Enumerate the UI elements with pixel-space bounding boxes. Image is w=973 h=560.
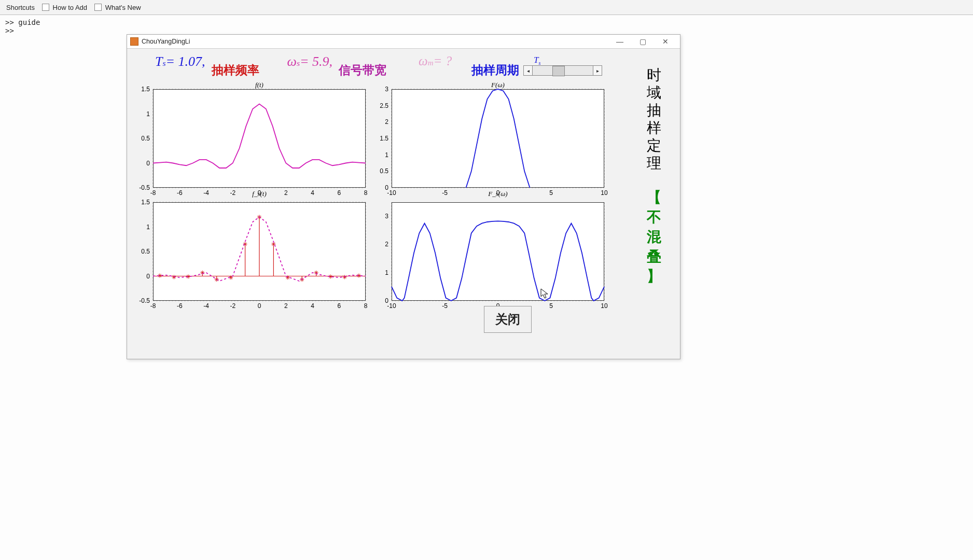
shortcut-item[interactable]: Shortcuts [3,3,38,12]
cn-title-char: 抽 [644,102,664,119]
svg-text:-2: -2 [230,189,235,197]
svg-text:-8: -8 [150,302,156,310]
svg-text:4: 4 [311,302,314,310]
axes-F-w: -10-5051000.511.522.53F_s(ω)F(ω) [392,89,604,188]
svg-text:1.5: 1.5 [380,135,388,142]
svg-text:-5: -5 [442,189,448,197]
svg-text:f_s(t): f_s(t) [252,190,266,198]
svg-text:-0.5: -0.5 [139,184,150,191]
cn-title-char: 时 [644,66,664,84]
svg-text:-4: -4 [203,302,209,310]
svg-text:1: 1 [146,223,150,231]
close-button[interactable]: 关闭 [484,306,532,333]
svg-text:0: 0 [146,273,150,280]
svg-text:-6: -6 [177,189,183,197]
close-window-button[interactable]: ✕ [654,35,677,48]
svg-text:0: 0 [385,184,388,191]
svg-rect-112 [392,203,604,301]
axes-Fs-w: -10-505100123 [392,202,604,301]
figure-title: ChouYangDingLi [142,38,190,45]
doc-icon [42,4,49,11]
slider-right-button[interactable]: ▸ [593,66,602,75]
svg-text:2: 2 [385,118,388,125]
label-bandwidth: 信号带宽 [339,62,386,78]
svg-text:10: 10 [601,302,608,310]
svg-text:1: 1 [385,151,388,159]
axes-fs-t: -8-6-4-202468-0.500.511.5 [153,202,366,301]
svg-text:2: 2 [385,241,388,248]
svg-text:2.5: 2.5 [380,102,388,109]
cn-status-char: 不 [644,207,664,227]
svg-text:3: 3 [385,86,388,93]
cn-title-char: 域 [644,84,664,102]
svg-text:-4: -4 [203,189,209,197]
svg-text:1.5: 1.5 [141,199,150,206]
host-shortcuts-bar: Shortcuts How to Add What's New [0,0,973,15]
Ts-formula: Ts = 1.07, [155,54,205,69]
cn-status-char: 【 [644,188,664,207]
wm-formula: ωm = ? [419,54,452,68]
svg-text:2: 2 [284,302,288,310]
svg-text:0.5: 0.5 [141,248,150,255]
svg-text:0: 0 [258,302,261,310]
svg-text:5: 5 [549,189,553,197]
svg-text:0.5: 0.5 [141,135,150,142]
svg-text:f(t): f(t) [255,81,263,89]
shortcut-item[interactable]: How to Add [39,3,90,12]
cn-title-char: 样 [644,119,664,137]
svg-text:3: 3 [385,213,388,220]
svg-text:1: 1 [385,269,388,276]
Ts-slider-label: Ts [534,55,540,66]
cn-title-char: 定 [644,137,664,155]
svg-text:-0.5: -0.5 [139,297,150,304]
console-line: >> [5,26,968,35]
svg-text:10: 10 [601,189,608,197]
ws-formula: ωs = 5.9, [287,54,332,69]
label-sample-period: 抽样周期 [471,62,519,78]
svg-text:-5: -5 [442,302,448,310]
svg-text:0: 0 [385,297,388,304]
right-text-column: 时 域 抽 样 定 理 【 不 混 叠 】 [644,66,664,286]
cn-status-char: 混 [644,227,664,247]
figure-titlebar: ChouYangDingLi — ▢ ✕ [127,35,680,49]
console-line: >> guide [5,18,968,26]
slider-left-button[interactable]: ◂ [524,66,533,75]
svg-text:F(ω): F(ω) [491,81,505,89]
figure-content: Ts = 1.07, 抽样频率 ωs = 5.9, 信号带宽 ωm = ? 抽样… [127,49,680,359]
label-sample-freq: 抽样频率 [212,62,259,78]
cn-title-char: 理 [644,155,664,172]
svg-text:4: 4 [311,189,314,197]
svg-text:1: 1 [146,110,150,118]
Ts-slider[interactable]: ◂ ▸ [523,65,602,76]
svg-text:6: 6 [337,302,341,310]
svg-rect-43 [392,90,604,188]
svg-text:F_s(ω): F_s(ω) [488,190,507,198]
svg-text:8: 8 [364,189,368,197]
svg-text:1.5: 1.5 [141,86,150,93]
doc-icon [94,4,102,11]
svg-text:8: 8 [364,302,368,310]
shortcut-item[interactable]: What's New [91,3,144,12]
svg-text:2: 2 [284,189,288,197]
svg-text:5: 5 [549,302,553,310]
maximize-button[interactable]: ▢ [631,35,654,48]
cn-status-char: 】 [644,267,664,286]
figure-window: ChouYangDingLi — ▢ ✕ Ts = 1.07, 抽样频率 ωs … [127,34,680,359]
svg-text:6: 6 [337,189,341,197]
cn-status-char: 叠 [644,247,664,267]
svg-text:0: 0 [146,160,150,167]
minimize-button[interactable]: — [608,35,631,48]
svg-text:-2: -2 [230,302,235,310]
matlab-icon [130,37,138,46]
svg-text:0.5: 0.5 [380,167,388,175]
svg-text:-8: -8 [150,189,156,197]
svg-text:-6: -6 [177,302,183,310]
slider-thumb[interactable] [552,66,565,76]
axes-f-t: -8-6-4-202468-0.500.511.5f_s(t)f(t) [153,89,366,188]
